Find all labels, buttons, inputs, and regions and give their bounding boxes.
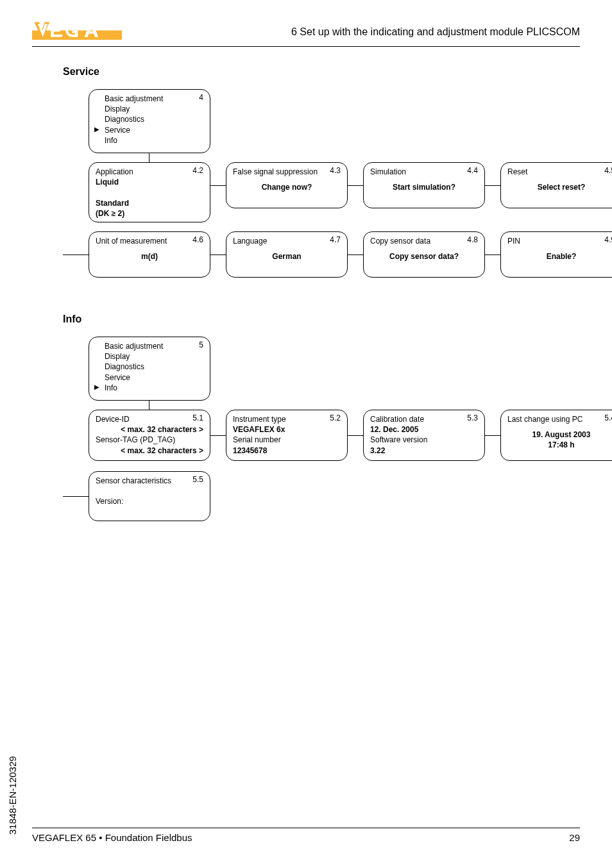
panel-line: Application	[96, 167, 203, 177]
connector	[210, 185, 226, 186]
panel-line	[96, 187, 203, 197]
panel-number: 4.3	[330, 165, 341, 176]
menu-item: Display	[96, 104, 203, 114]
panel-number: 4.8	[467, 235, 478, 245]
service-menu-panel: 4 Basic adjustmentDisplayDiagnosticsServ…	[89, 89, 210, 153]
panel-language: 4.7LanguageGerman	[226, 231, 348, 278]
panel-line: Software version	[370, 435, 478, 445]
panel-number: 5.2	[330, 413, 341, 423]
chapter-title: 6 Set up with the indicating and adjustm…	[291, 26, 580, 38]
footer-rule	[32, 828, 580, 828]
panel-false-signal: 4.3False signal suppressionChange now?	[226, 162, 348, 208]
connector	[485, 435, 500, 436]
connector	[210, 435, 226, 436]
panel-line: 3.22	[370, 446, 478, 456]
service-diagram: 4 Basic adjustmentDisplayDiagnosticsServ…	[63, 89, 608, 288]
menu-item: Basic adjustment	[96, 94, 203, 104]
connector	[348, 255, 363, 255]
panel-center: m(d)	[96, 251, 203, 262]
panel-application: 4.2ApplicationLiquid Standard(DK ≥ 2)	[89, 162, 210, 222]
panel-line: < max. 32 characters >	[96, 446, 203, 456]
footer: VEGAFLEX 65 • Foundation Fieldbus 29	[32, 828, 580, 844]
menu-item: Diagnostics	[96, 114, 203, 124]
panel-number: 4.6	[192, 235, 203, 245]
panel-line: Simulation	[370, 167, 478, 177]
panel-number: 5.5	[192, 474, 203, 485]
panel-line: Sensor-TAG (PD_TAG)	[96, 435, 203, 445]
menu-item: Service	[96, 372, 203, 383]
panel-center: German	[233, 251, 341, 262]
panel-reset: 4.5ResetSelect reset?	[500, 162, 612, 208]
panel-number: 4.9	[604, 235, 612, 245]
panel-pin: 4.9PINEnable?	[500, 231, 612, 278]
connector	[149, 401, 149, 410]
panel-center: 19. August 2003	[507, 430, 612, 440]
panel-number: 4.4	[467, 165, 478, 176]
menu-item: Diagnostics	[96, 362, 203, 372]
panel-line	[96, 486, 203, 496]
panel-instrument-type: 5.2Instrument typeVEGAFLEX 6xSerial numb…	[226, 410, 348, 461]
svg-rect-4	[51, 35, 62, 37]
panel-center: 17:48 h	[507, 440, 612, 450]
panel-unit: 4.6Unit of measurementm(d)	[89, 231, 210, 278]
panel-line: < max. 32 characters >	[96, 424, 203, 435]
panel-center: Select reset?	[507, 182, 612, 192]
panel-number: 5.3	[467, 413, 478, 423]
panel-line: Serial number	[233, 435, 341, 445]
panel-center: Change now?	[233, 182, 341, 192]
connector	[485, 185, 500, 186]
panel-line: Unit of measurement	[96, 236, 203, 246]
panel-number: 4.7	[330, 235, 341, 245]
panel-line: Last change using PC	[507, 414, 612, 424]
panel-last-change: 5.4Last change using PC19. August 200317…	[500, 410, 612, 461]
menu-item: Info	[96, 383, 203, 393]
connector	[149, 153, 149, 162]
header-rule	[32, 46, 580, 47]
menu-item: Info	[96, 135, 203, 146]
info-menu-panel: 5 Basic adjustmentDisplayDiagnosticsServ…	[89, 337, 210, 401]
panel-number: 4	[199, 92, 203, 103]
header-row: 6 Set up with the indicating and adjustm…	[32, 21, 580, 44]
menu-item: Service	[96, 125, 203, 135]
connector	[485, 255, 500, 255]
menu-item: Basic adjustment	[96, 341, 203, 351]
panel-copy: 4.8Copy sensor dataCopy sensor data?	[363, 231, 485, 278]
panel-line: Device-ID	[96, 414, 203, 424]
page: 6 Set up with the indicating and adjustm…	[0, 0, 612, 868]
panel-line: Reset	[507, 167, 612, 177]
vega-logo-svg	[32, 21, 122, 44]
panel-number: 4.5	[604, 165, 612, 176]
panel-line: Liquid	[96, 177, 203, 187]
connector	[210, 255, 226, 255]
document-code: 31848-EN-120329	[7, 756, 18, 835]
vega-logo	[32, 21, 122, 44]
panel-line: Standard	[96, 198, 203, 208]
footer-text: VEGAFLEX 65 • Foundation Fieldbus	[32, 832, 192, 843]
panel-line: False signal suppression	[233, 167, 341, 177]
panel-number: 5	[199, 340, 203, 350]
connector	[63, 255, 89, 255]
panel-line: VEGAFLEX 6x	[233, 424, 341, 435]
panel-line: 12345678	[233, 446, 341, 456]
panel-center: Copy sensor data?	[370, 251, 478, 262]
page-number: 29	[569, 832, 580, 843]
panel-line: 12. Dec. 2005	[370, 424, 478, 435]
info-heading: Info	[63, 313, 580, 325]
panel-center: Enable?	[507, 251, 612, 262]
service-heading: Service	[63, 66, 580, 78]
connector	[63, 496, 89, 497]
connector	[348, 435, 363, 436]
panel-line: Language	[233, 236, 341, 246]
panel-device-id: 5.1Device-ID< max. 32 characters >Sensor…	[89, 410, 210, 461]
panel-line: PIN	[507, 236, 612, 246]
panel-number: 4.2	[192, 165, 203, 176]
panel-line: Sensor characteristics	[96, 476, 203, 486]
panel-line: Copy sensor data	[370, 236, 478, 246]
panel-number: 5.4	[604, 413, 612, 423]
panel-number: 5.1	[192, 413, 203, 423]
panel-simulation: 4.4SimulationStart simulation?	[363, 162, 485, 208]
panel-sensor-characteristics: 5.5Sensor characteristics Version:	[89, 471, 210, 521]
panel-center: Start simulation?	[370, 182, 478, 192]
panel-calibration-date: 5.3Calibration date12. Dec. 2005Software…	[363, 410, 485, 461]
panel-line: (DK ≥ 2)	[96, 208, 203, 219]
